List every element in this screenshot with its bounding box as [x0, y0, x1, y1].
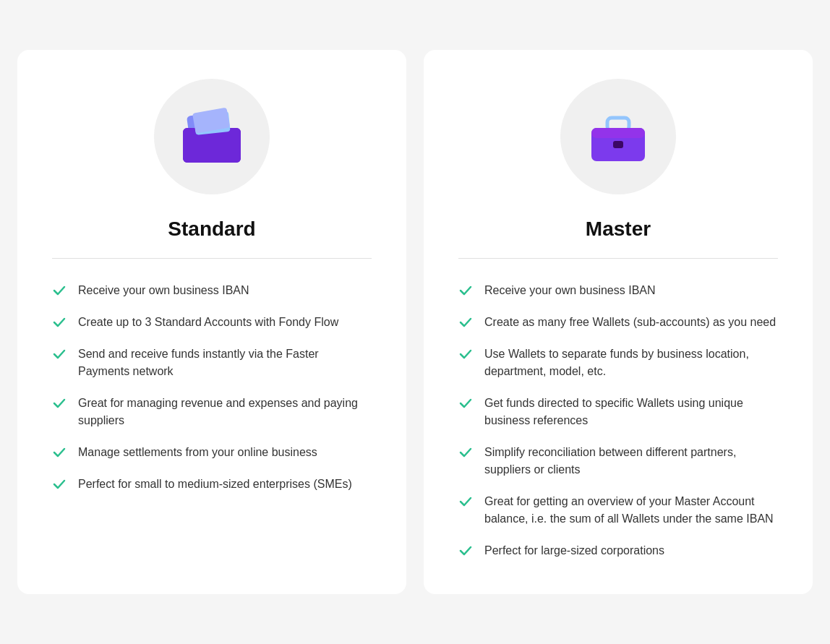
feature-text: Simplify reconciliation between differen… [484, 444, 778, 478]
check-icon [52, 445, 67, 460]
feature-text: Use Wallets to separate funds by busines… [484, 345, 778, 380]
list-item: Receive your own business IBAN [458, 282, 778, 299]
wallet-icon [179, 108, 244, 166]
list-item: Get funds directed to specific Wallets u… [458, 395, 778, 429]
feature-text: Receive your own business IBAN [484, 282, 656, 299]
check-icon [458, 445, 473, 460]
feature-text: Get funds directed to specific Wallets u… [484, 395, 778, 429]
check-icon [458, 544, 473, 558]
check-icon [52, 315, 67, 330]
check-icon [52, 396, 67, 411]
check-icon [458, 396, 473, 411]
check-icon [458, 315, 473, 330]
feature-text: Create as many free Wallets (sub-account… [484, 314, 776, 331]
cards-container: Standard Receive your own business IBAN … [17, 50, 813, 594]
check-icon [458, 347, 473, 361]
list-item: Great for managing revenue and expenses … [52, 395, 372, 429]
list-item: Send and receive funds instantly via the… [52, 345, 372, 380]
check-icon [52, 347, 67, 361]
check-icon [52, 283, 67, 298]
svg-rect-7 [613, 141, 623, 148]
svg-rect-8 [591, 128, 645, 138]
master-title: Master [586, 218, 651, 241]
check-icon [52, 477, 67, 491]
feature-text: Manage settlements from your online busi… [78, 444, 317, 461]
feature-text: Create up to 3 Standard Accounts with Fo… [78, 314, 338, 331]
list-item: Perfect for small to medium-sized enterp… [52, 476, 372, 493]
feature-text: Send and receive funds instantly via the… [78, 345, 372, 380]
list-item: Use Wallets to separate funds by busines… [458, 345, 778, 380]
feature-text: Perfect for large-sized corporations [484, 542, 664, 559]
briefcase-icon [586, 108, 651, 166]
master-card: Master Receive your own business IBAN Cr… [424, 50, 813, 594]
list-item: Great for getting an overview of your Ma… [458, 493, 778, 528]
feature-text: Receive your own business IBAN [78, 282, 249, 299]
list-item: Simplify reconciliation between differen… [458, 444, 778, 478]
feature-text: Great for managing revenue and expenses … [78, 395, 372, 429]
list-item: Perfect for large-sized corporations [458, 542, 778, 559]
feature-text: Perfect for small to medium-sized enterp… [78, 476, 352, 493]
master-divider [458, 258, 778, 259]
list-item: Manage settlements from your online busi… [52, 444, 372, 461]
check-icon [458, 283, 473, 298]
list-item: Receive your own business IBAN [52, 282, 372, 299]
standard-title: Standard [168, 218, 255, 241]
standard-icon-circle [154, 79, 270, 194]
standard-card: Standard Receive your own business IBAN … [17, 50, 406, 594]
master-features-list: Receive your own business IBAN Create as… [458, 282, 778, 559]
feature-text: Great for getting an overview of your Ma… [484, 493, 778, 528]
standard-features-list: Receive your own business IBAN Create up… [52, 282, 372, 493]
master-icon-circle [560, 79, 676, 194]
standard-divider [52, 258, 372, 259]
check-icon [458, 494, 473, 509]
list-item: Create as many free Wallets (sub-account… [458, 314, 778, 331]
list-item: Create up to 3 Standard Accounts with Fo… [52, 314, 372, 331]
